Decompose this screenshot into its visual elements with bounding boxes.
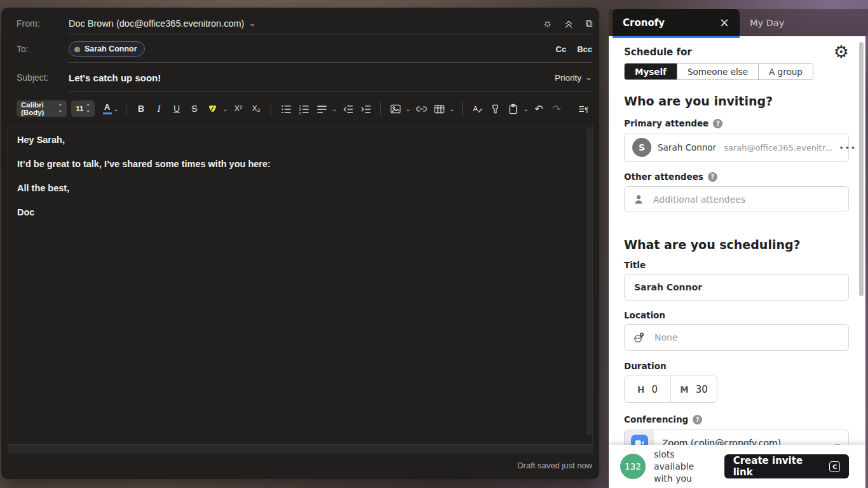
message-text: Hey Sarah, It’d be great to talk, I’ve s… <box>17 134 567 231</box>
priority-dropdown[interactable]: Priority ⌄ <box>555 73 592 83</box>
location-label: Location <box>624 310 665 320</box>
align-chevron-icon[interactable]: ⌄ <box>330 105 339 112</box>
svg-text:A: A <box>473 105 478 112</box>
strikethrough-button[interactable]: S <box>186 100 203 118</box>
indent-button[interactable] <box>356 100 374 118</box>
clear-formatting-button[interactable]: A <box>468 100 486 118</box>
align-button[interactable] <box>313 100 330 118</box>
panel-scrollbar[interactable] <box>859 42 864 296</box>
hours-label: H <box>637 384 644 395</box>
to-label: To: <box>17 44 69 54</box>
gear-icon[interactable]: ⚙ <box>834 45 849 59</box>
collapse-header-icon[interactable] <box>563 18 574 29</box>
chevron-down-icon: ⌄ <box>585 74 592 81</box>
segment-a-group[interactable]: A group <box>758 64 813 79</box>
font-color-chevron-icon[interactable]: ⌄ <box>112 105 120 112</box>
table-icon <box>433 103 445 115</box>
avatar: S <box>632 138 651 157</box>
subject-input[interactable]: Let's catch up soon! <box>69 72 161 83</box>
highlight-chevron-icon[interactable]: ⌄ <box>221 105 229 112</box>
location-input[interactable]: None <box>624 324 849 351</box>
insert-image-button[interactable] <box>386 100 404 118</box>
undo-button[interactable]: ↶ <box>530 100 548 118</box>
tab-my-day[interactable]: My Day <box>750 9 784 36</box>
message-body-editor[interactable]: Hey Sarah, It’d be great to talk, I’ve s… <box>8 126 593 445</box>
format-painter-button[interactable] <box>486 100 504 118</box>
cc-button[interactable]: Cc <box>556 44 567 54</box>
divider <box>271 102 271 116</box>
conferencing-label: Conferencing <box>624 414 688 424</box>
duration-minutes-stepper[interactable]: M 30 <box>670 376 717 402</box>
insert-link-button[interactable] <box>412 100 430 118</box>
create-invite-link-button[interactable]: Create invite link C <box>724 454 849 478</box>
format-painter-icon <box>489 103 501 115</box>
person-icon <box>632 193 645 206</box>
panel-footer: 132 slots available with you Create invi… <box>609 445 865 488</box>
image-icon <box>390 103 402 115</box>
paragraph-direction-button[interactable]: ¶ <box>574 100 592 118</box>
duration-control: H 0 M 30 <box>624 376 717 403</box>
indent-icon <box>360 103 372 115</box>
svg-text:3: 3 <box>299 110 301 114</box>
priority-label: Priority <box>555 73 581 83</box>
slots-line1: slots available <box>654 449 716 473</box>
outdent-button[interactable] <box>339 100 356 118</box>
help-icon[interactable]: ? <box>713 119 722 128</box>
redo-button[interactable]: ↷ <box>548 100 566 118</box>
subject-row: Subject: Let's catch up soon! Priority ⌄ <box>17 68 592 87</box>
paste-chevron-icon[interactable]: ⌄ <box>522 105 530 112</box>
numbered-list-button[interactable]: 123 <box>295 100 313 118</box>
email-compose-window: From: Doc Brown (doc@office365.evenitron… <box>1 8 599 479</box>
additional-attendees-input[interactable]: Additional attendees <box>624 186 849 212</box>
font-name-select[interactable]: Calibri (Body) ⌃⌄ <box>17 100 67 117</box>
formatting-toolbar: Calibri (Body) ⌃⌄ 11 ⌃⌄ A ⌄ B I U S ⌄ X²… <box>17 97 592 120</box>
subscript-button[interactable]: X₂ <box>247 100 265 118</box>
paste-button[interactable] <box>504 100 522 118</box>
cta-label: Create invite link <box>733 455 824 478</box>
recipient-chip[interactable]: ⊗ Sarah Connor <box>69 41 145 57</box>
divider <box>68 62 592 63</box>
segment-someone-else[interactable]: Someone else <box>677 64 758 79</box>
primary-attendee-card[interactable]: S Sarah Connor sarah@office365.evenitr..… <box>624 133 849 162</box>
divider <box>68 91 592 92</box>
font-size-select[interactable]: 11 ⌃⌄ <box>71 100 95 117</box>
cronofy-panel: Cronofy × My Day Schedule for ⚙ Myself S… <box>609 0 868 488</box>
duration-hours-stepper[interactable]: H 0 <box>625 376 670 402</box>
superscript-button[interactable]: X² <box>229 100 247 118</box>
close-icon[interactable]: × <box>719 17 729 29</box>
italic-button[interactable]: I <box>150 100 168 118</box>
attendee-name: Sarah Connor <box>658 142 716 152</box>
title-value: Sarah Connor <box>634 282 702 292</box>
more-options-icon[interactable]: ••• <box>839 143 857 152</box>
tab-cronofy[interactable]: Cronofy × <box>613 9 740 36</box>
panel-tabstrip: Cronofy × My Day <box>609 9 868 36</box>
image-chevron-icon[interactable]: ⌄ <box>404 105 412 112</box>
remove-recipient-icon[interactable]: ⊗ <box>74 44 81 54</box>
body-horizontal-scrollbar[interactable] <box>8 445 593 454</box>
body-scrollbar[interactable] <box>587 128 592 435</box>
primary-attendee-label: Primary attendee <box>624 118 709 128</box>
minutes-value: 30 <box>696 384 708 395</box>
bold-button[interactable]: B <box>132 100 150 118</box>
from-selector[interactable]: Doc Brown (doc@office365.evenitron.com) … <box>69 18 255 29</box>
theme-toggle-icon[interactable]: ☼ <box>543 17 553 30</box>
highlight-button[interactable] <box>203 100 221 118</box>
bullet-list-button[interactable] <box>277 100 295 118</box>
attendee-email: sarah@office365.evenitr... <box>724 143 832 152</box>
help-icon[interactable]: ? <box>708 172 717 182</box>
divider <box>126 102 126 116</box>
segment-myself[interactable]: Myself <box>625 64 677 79</box>
font-size-value: 11 <box>76 105 83 112</box>
underline-button[interactable]: U <box>168 100 186 118</box>
inviting-heading: Who are you inviting? <box>624 93 849 109</box>
font-color-button[interactable]: A <box>102 103 112 114</box>
title-input[interactable]: Sarah Connor <box>624 274 849 301</box>
schedule-for-segmented: Myself Someone else A group <box>624 63 813 80</box>
bcc-button[interactable]: Bcc <box>577 44 592 54</box>
location-icon <box>632 330 646 344</box>
popout-icon[interactable]: ⧉ <box>585 18 592 29</box>
font-color-icon: A <box>104 103 111 111</box>
help-icon[interactable]: ? <box>693 415 702 424</box>
insert-table-button[interactable] <box>430 100 448 118</box>
table-chevron-icon[interactable]: ⌄ <box>448 105 456 112</box>
